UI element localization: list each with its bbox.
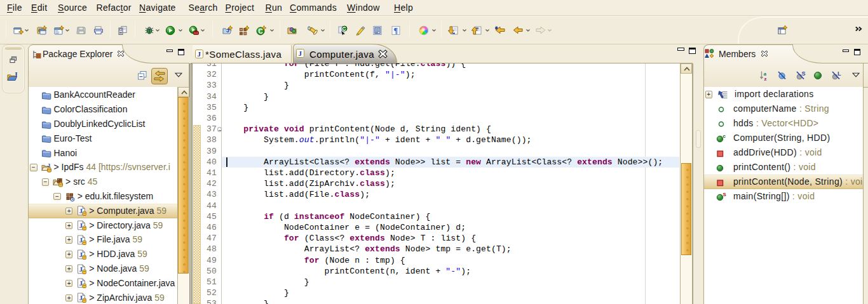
svg-text:c: c: [723, 133, 726, 139]
svg-text:J: J: [198, 50, 201, 58]
svg-text:¶: ¶: [393, 26, 397, 35]
svg-text:S: S: [723, 192, 727, 197]
svg-text:S: S: [801, 70, 805, 77]
svg-text:J: J: [299, 50, 302, 57]
svg-text:z: z: [764, 76, 766, 81]
svg-text:J: J: [47, 162, 50, 168]
svg-text:C: C: [259, 28, 263, 35]
svg-text:L: L: [837, 70, 841, 77]
